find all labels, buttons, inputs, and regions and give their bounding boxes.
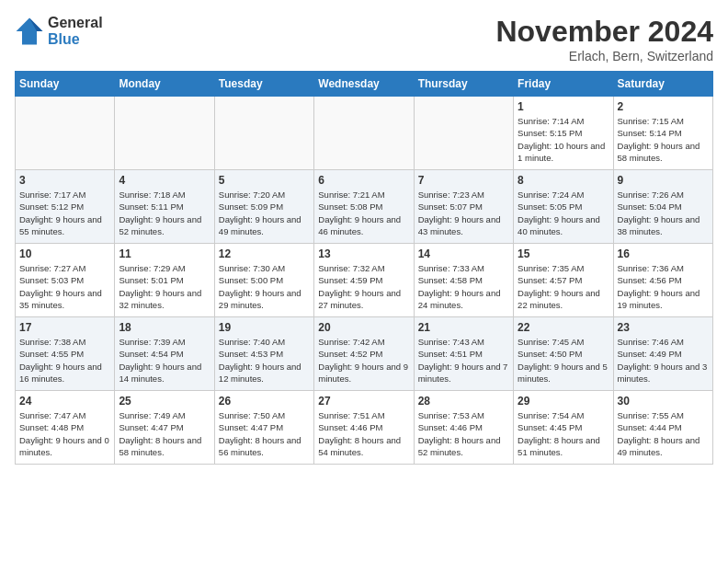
day-info: Sunrise: 7:23 AM Sunset: 5:07 PM Dayligh…	[418, 189, 509, 237]
title-area: November 2024 Erlach, Bern, Switzerland	[495, 15, 713, 63]
calendar-cell: 30Sunrise: 7:55 AM Sunset: 4:44 PM Dayli…	[613, 391, 712, 465]
calendar-cell: 11Sunrise: 7:29 AM Sunset: 5:01 PM Dayli…	[115, 244, 214, 317]
calendar-cell	[214, 97, 313, 170]
day-info: Sunrise: 7:40 AM Sunset: 4:53 PM Dayligh…	[219, 336, 310, 385]
day-info: Sunrise: 7:50 AM Sunset: 4:47 PM Dayligh…	[219, 409, 310, 458]
calendar-header-sunday: Sunday	[16, 72, 115, 97]
day-number: 30	[618, 395, 709, 408]
calendar-header-saturday: Saturday	[613, 72, 712, 97]
calendar-cell: 26Sunrise: 7:50 AM Sunset: 4:47 PM Dayli…	[214, 391, 313, 465]
day-info: Sunrise: 7:24 AM Sunset: 5:05 PM Dayligh…	[518, 189, 609, 237]
day-info: Sunrise: 7:39 AM Sunset: 4:54 PM Dayligh…	[119, 336, 210, 385]
day-info: Sunrise: 7:47 AM Sunset: 4:48 PM Dayligh…	[19, 409, 110, 458]
day-info: Sunrise: 7:35 AM Sunset: 4:57 PM Dayligh…	[518, 262, 609, 311]
calendar-cell: 6Sunrise: 7:21 AM Sunset: 5:08 PM Daylig…	[314, 170, 414, 244]
calendar-header-thursday: Thursday	[414, 72, 513, 97]
calendar-week-4: 17Sunrise: 7:38 AM Sunset: 4:55 PM Dayli…	[16, 317, 713, 391]
calendar-cell: 22Sunrise: 7:45 AM Sunset: 4:50 PM Dayli…	[514, 317, 613, 391]
day-number: 10	[19, 247, 110, 260]
day-info: Sunrise: 7:36 AM Sunset: 4:56 PM Dayligh…	[618, 262, 709, 311]
header: General Blue November 2024 Erlach, Bern,…	[15, 15, 713, 63]
day-info: Sunrise: 7:38 AM Sunset: 4:55 PM Dayligh…	[19, 336, 110, 385]
calendar-cell: 24Sunrise: 7:47 AM Sunset: 4:48 PM Dayli…	[16, 391, 115, 465]
day-number: 22	[518, 321, 609, 334]
calendar-cell: 2Sunrise: 7:15 AM Sunset: 5:14 PM Daylig…	[613, 97, 712, 170]
day-number: 25	[119, 395, 210, 408]
logo-icon	[15, 17, 44, 46]
day-info: Sunrise: 7:49 AM Sunset: 4:47 PM Dayligh…	[119, 409, 210, 458]
day-number: 17	[19, 321, 110, 334]
calendar-body: 1Sunrise: 7:14 AM Sunset: 5:15 PM Daylig…	[16, 97, 713, 465]
day-number: 26	[219, 395, 310, 408]
day-info: Sunrise: 7:26 AM Sunset: 5:04 PM Dayligh…	[618, 189, 709, 237]
logo-text: General Blue	[48, 15, 103, 48]
day-info: Sunrise: 7:20 AM Sunset: 5:09 PM Dayligh…	[219, 189, 310, 237]
calendar-cell: 4Sunrise: 7:18 AM Sunset: 5:11 PM Daylig…	[115, 170, 214, 244]
day-number: 3	[19, 174, 110, 187]
day-number: 1	[518, 100, 609, 113]
location: Erlach, Bern, Switzerland	[495, 49, 713, 63]
day-number: 8	[518, 174, 609, 187]
calendar-cell: 17Sunrise: 7:38 AM Sunset: 4:55 PM Dayli…	[16, 317, 115, 391]
calendar-cell: 3Sunrise: 7:17 AM Sunset: 5:12 PM Daylig…	[16, 170, 115, 244]
day-number: 11	[119, 247, 210, 260]
calendar-cell: 10Sunrise: 7:27 AM Sunset: 5:03 PM Dayli…	[16, 244, 115, 317]
calendar-cell: 27Sunrise: 7:51 AM Sunset: 4:46 PM Dayli…	[314, 391, 414, 465]
calendar-week-2: 3Sunrise: 7:17 AM Sunset: 5:12 PM Daylig…	[16, 170, 713, 244]
calendar-header-monday: Monday	[115, 72, 214, 97]
day-number: 9	[618, 174, 709, 187]
calendar-cell: 16Sunrise: 7:36 AM Sunset: 4:56 PM Dayli…	[613, 244, 712, 317]
calendar-cell: 21Sunrise: 7:43 AM Sunset: 4:51 PM Dayli…	[414, 317, 513, 391]
day-number: 18	[119, 321, 210, 334]
calendar-cell: 9Sunrise: 7:26 AM Sunset: 5:04 PM Daylig…	[613, 170, 712, 244]
day-info: Sunrise: 7:46 AM Sunset: 4:49 PM Dayligh…	[618, 336, 709, 385]
calendar-week-1: 1Sunrise: 7:14 AM Sunset: 5:15 PM Daylig…	[16, 97, 713, 170]
calendar-cell	[414, 97, 513, 170]
day-number: 12	[219, 247, 310, 260]
calendar-cell: 29Sunrise: 7:54 AM Sunset: 4:45 PM Dayli…	[514, 391, 613, 465]
calendar-cell: 28Sunrise: 7:53 AM Sunset: 4:46 PM Dayli…	[414, 391, 513, 465]
day-info: Sunrise: 7:55 AM Sunset: 4:44 PM Dayligh…	[618, 409, 709, 458]
day-number: 19	[219, 321, 310, 334]
calendar-header-wednesday: Wednesday	[314, 72, 414, 97]
calendar-cell	[314, 97, 414, 170]
day-number: 13	[318, 247, 409, 260]
day-info: Sunrise: 7:27 AM Sunset: 5:03 PM Dayligh…	[19, 262, 110, 311]
day-number: 28	[418, 395, 509, 408]
day-info: Sunrise: 7:33 AM Sunset: 4:58 PM Dayligh…	[418, 262, 509, 311]
calendar-cell: 20Sunrise: 7:42 AM Sunset: 4:52 PM Dayli…	[314, 317, 414, 391]
day-info: Sunrise: 7:30 AM Sunset: 5:00 PM Dayligh…	[219, 262, 310, 311]
day-number: 29	[518, 395, 609, 408]
day-number: 6	[318, 174, 409, 187]
day-info: Sunrise: 7:53 AM Sunset: 4:46 PM Dayligh…	[418, 409, 509, 458]
calendar-cell: 15Sunrise: 7:35 AM Sunset: 4:57 PM Dayli…	[514, 244, 613, 317]
calendar-cell: 13Sunrise: 7:32 AM Sunset: 4:59 PM Dayli…	[314, 244, 414, 317]
logo: General Blue	[15, 15, 103, 48]
calendar-cell: 5Sunrise: 7:20 AM Sunset: 5:09 PM Daylig…	[214, 170, 313, 244]
calendar-cell: 12Sunrise: 7:30 AM Sunset: 5:00 PM Dayli…	[214, 244, 313, 317]
day-info: Sunrise: 7:29 AM Sunset: 5:01 PM Dayligh…	[119, 262, 210, 311]
day-number: 23	[618, 321, 709, 334]
day-info: Sunrise: 7:15 AM Sunset: 5:14 PM Dayligh…	[618, 115, 709, 164]
calendar-cell: 23Sunrise: 7:46 AM Sunset: 4:49 PM Dayli…	[613, 317, 712, 391]
day-number: 7	[418, 174, 509, 187]
day-number: 24	[19, 395, 110, 408]
calendar-cell: 7Sunrise: 7:23 AM Sunset: 5:07 PM Daylig…	[414, 170, 513, 244]
day-info: Sunrise: 7:42 AM Sunset: 4:52 PM Dayligh…	[318, 336, 409, 385]
day-info: Sunrise: 7:43 AM Sunset: 4:51 PM Dayligh…	[418, 336, 509, 385]
day-number: 21	[418, 321, 509, 334]
day-info: Sunrise: 7:51 AM Sunset: 4:46 PM Dayligh…	[318, 409, 409, 458]
calendar-cell: 14Sunrise: 7:33 AM Sunset: 4:58 PM Dayli…	[414, 244, 513, 317]
day-info: Sunrise: 7:54 AM Sunset: 4:45 PM Dayligh…	[518, 409, 609, 458]
calendar-header-tuesday: Tuesday	[214, 72, 313, 97]
day-number: 14	[418, 247, 509, 260]
month-title: November 2024	[495, 15, 713, 49]
calendar-header-row: SundayMondayTuesdayWednesdayThursdayFrid…	[16, 72, 713, 97]
day-info: Sunrise: 7:18 AM Sunset: 5:11 PM Dayligh…	[119, 189, 210, 237]
calendar-header-friday: Friday	[514, 72, 613, 97]
calendar-cell: 18Sunrise: 7:39 AM Sunset: 4:54 PM Dayli…	[115, 317, 214, 391]
day-info: Sunrise: 7:21 AM Sunset: 5:08 PM Dayligh…	[318, 189, 409, 237]
day-info: Sunrise: 7:32 AM Sunset: 4:59 PM Dayligh…	[318, 262, 409, 311]
calendar-cell: 25Sunrise: 7:49 AM Sunset: 4:47 PM Dayli…	[115, 391, 214, 465]
calendar-cell	[115, 97, 214, 170]
